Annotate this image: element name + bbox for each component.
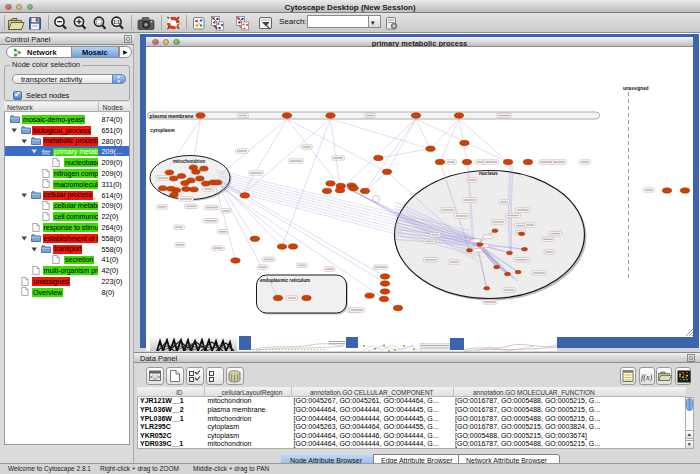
svg-text:f(x): f(x) [641,372,652,381]
svg-text:plasma membrane: plasma membrane [150,113,194,119]
svg-text:nucleus: nucleus [479,170,498,176]
svg-text:cytoplasm: cytoplasm [150,127,175,133]
svg-text:endoplasmic reticulum: endoplasmic reticulum [260,278,310,283]
svg-text:mitochondrion: mitochondrion [173,159,205,164]
svg-text:1:1: 1:1 [113,20,120,25]
svg-text:unassigned: unassigned [623,86,649,91]
